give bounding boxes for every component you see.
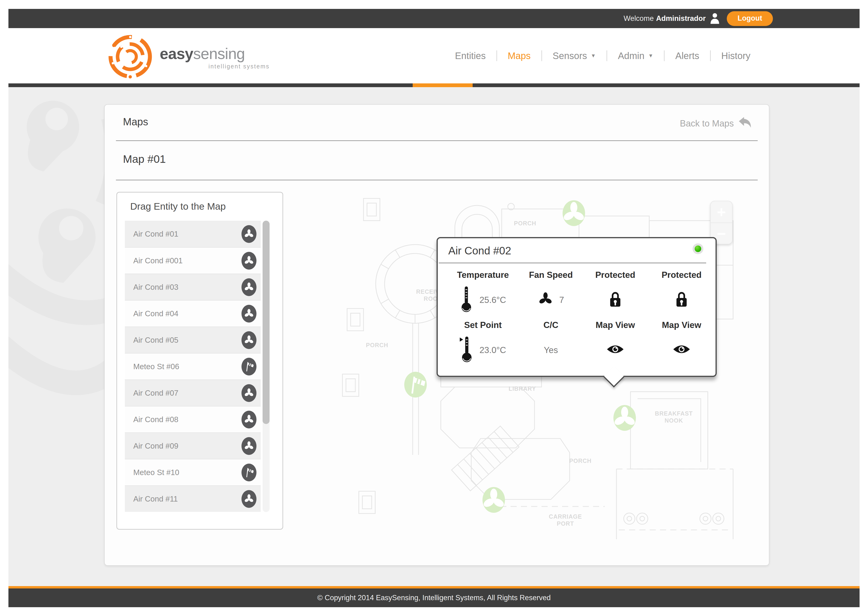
cell-value: Yes xyxy=(522,332,580,368)
cell-value xyxy=(650,332,713,368)
room-label: PORCH xyxy=(514,220,536,227)
map-marker-windsock-icon[interactable] xyxy=(404,372,427,397)
entity-label: Air Cond #01 xyxy=(133,230,178,239)
entity-label: Air Cond #08 xyxy=(133,415,178,424)
entity-list-scrollbar[interactable] xyxy=(262,221,270,512)
cell-value-text: 7 xyxy=(559,295,564,305)
copyright-text: © Copyright 2014 EasySensing, Intelligen… xyxy=(317,594,551,602)
nav-underline-bar xyxy=(8,84,860,87)
back-to-maps-link[interactable]: Back to Maps xyxy=(680,116,752,131)
back-link-label: Back to Maps xyxy=(680,118,734,129)
brand-logo-icon xyxy=(107,33,153,81)
popup-cell: Protected xyxy=(580,268,650,318)
entity-list: Air Cond #01Air Cond #001Air Cond #03Air… xyxy=(125,221,261,512)
sensor-popup: Air Cond #02 Temperature25.6°CFan Speed7… xyxy=(437,237,717,377)
logout-button[interactable]: Logout xyxy=(727,11,773,26)
popup-cell: Protected xyxy=(650,268,713,318)
welcome-text: WelcomeAdministrador xyxy=(623,14,706,23)
nav-item-label: Alerts xyxy=(675,51,699,61)
status-led xyxy=(693,244,703,254)
divider xyxy=(439,262,706,263)
entity-list-item[interactable]: Air Cond #01 xyxy=(125,221,261,247)
page-title: Maps xyxy=(123,116,148,128)
entity-label: Air Cond #03 xyxy=(133,283,178,292)
nav-item-maps[interactable]: Maps xyxy=(497,51,541,61)
entity-list-item[interactable]: Air Cond #001 xyxy=(125,247,261,273)
entity-label: Air Cond #09 xyxy=(133,442,178,450)
nav-item-admin[interactable]: Admin▼ xyxy=(607,51,664,61)
entity-list-item[interactable]: Meteo St #10 xyxy=(125,459,261,485)
nav-item-label: Entities xyxy=(455,51,486,61)
cell-label: Map View xyxy=(580,318,650,332)
cell-label: Protected xyxy=(650,268,713,282)
cell-value-text: Yes xyxy=(544,345,558,355)
topbar: WelcomeAdministrador Logout xyxy=(8,9,860,28)
username: Administrador xyxy=(656,14,706,22)
thermometer-set-icon xyxy=(460,335,473,365)
entity-list-item[interactable]: Air Cond #03 xyxy=(125,273,261,300)
nav-item-label: Sensors xyxy=(553,51,587,61)
background-watermark xyxy=(8,87,116,439)
cell-label: Temperature xyxy=(444,268,522,282)
room-label: PORCH xyxy=(366,342,388,348)
nav-item-history[interactable]: History xyxy=(711,51,761,61)
page-frame: WelcomeAdministrador Logout xyxy=(8,0,860,610)
fan-icon xyxy=(242,252,256,270)
entity-list-item[interactable]: Air Cond #07 xyxy=(125,379,261,406)
entity-list-item[interactable]: Air Cond #04 xyxy=(125,300,261,326)
scrollbar-thumb[interactable] xyxy=(262,221,270,424)
cell-value xyxy=(580,282,650,318)
zoom-in-button[interactable]: + xyxy=(710,201,733,222)
nav-item-entities[interactable]: Entities xyxy=(444,51,496,61)
back-arrow-icon xyxy=(738,116,752,131)
map-marker-fan-icon[interactable] xyxy=(563,200,585,226)
entity-list-item[interactable]: Meteo St #06 xyxy=(125,353,261,379)
header: easysensing intelligent systems Entities… xyxy=(8,28,860,84)
entity-label: Air Cond #04 xyxy=(133,309,178,318)
lock-icon[interactable] xyxy=(674,290,689,310)
nav-item-sensors[interactable]: Sensors▼ xyxy=(542,51,607,61)
content-area: Maps Back to Maps Map #01 Drag Entity to… xyxy=(8,87,860,586)
cell-value: 7 xyxy=(522,282,580,318)
nav-item-alerts[interactable]: Alerts xyxy=(665,51,710,61)
eye-icon[interactable] xyxy=(673,343,690,357)
nav-item-label: History xyxy=(721,51,750,61)
lock-icon[interactable] xyxy=(608,290,623,310)
entity-panel: Drag Entity to the Map Air Cond #01Air C… xyxy=(116,192,283,530)
cell-value xyxy=(580,332,650,368)
cell-label: Set Point xyxy=(444,318,522,332)
divider xyxy=(116,140,758,141)
entity-label: Air Cond #001 xyxy=(133,256,183,265)
map-marker-fan-icon[interactable] xyxy=(613,405,636,431)
room-label: LIBRARY xyxy=(508,385,536,392)
map-marker-fan-icon[interactable] xyxy=(482,487,505,513)
fan-icon xyxy=(242,305,256,323)
fan-icon xyxy=(538,292,553,309)
brand-tagline: intelligent systems xyxy=(208,63,270,70)
map-title: Map #01 xyxy=(123,152,166,165)
divider xyxy=(116,180,758,180)
entity-list-item[interactable]: Air Cond #09 xyxy=(125,432,261,459)
windsock-icon xyxy=(242,464,256,481)
main-nav: EntitiesMapsSensors▼Admin▼AlertsHistory xyxy=(444,28,761,84)
entity-label: Air Cond #07 xyxy=(133,389,178,397)
popup-cell: Map View xyxy=(650,318,713,368)
fan-icon xyxy=(242,278,256,296)
popup-cell: Temperature25.6°C xyxy=(444,268,522,318)
entity-list-item[interactable]: Air Cond #11 xyxy=(125,485,261,512)
eye-icon[interactable] xyxy=(606,343,624,357)
room-label: CARRIAGEPORT xyxy=(549,513,582,527)
chevron-down-icon: ▼ xyxy=(591,53,596,59)
entity-list-item[interactable]: Air Cond #05 xyxy=(125,326,261,353)
active-tab-indicator xyxy=(413,84,473,87)
windsock-icon xyxy=(242,358,256,376)
room-label: PORCH xyxy=(569,458,591,464)
popup-cell: C/CYes xyxy=(522,318,580,368)
entity-list-item[interactable]: Air Cond #08 xyxy=(125,406,261,432)
cell-value-text: 23.0°C xyxy=(479,345,506,355)
cell-label: Map View xyxy=(650,318,713,332)
user-icon xyxy=(710,12,720,24)
entity-label: Air Cond #11 xyxy=(133,495,178,503)
popup-cell: Fan Speed7 xyxy=(522,268,580,318)
brand[interactable]: easysensing intelligent systems xyxy=(107,33,270,81)
